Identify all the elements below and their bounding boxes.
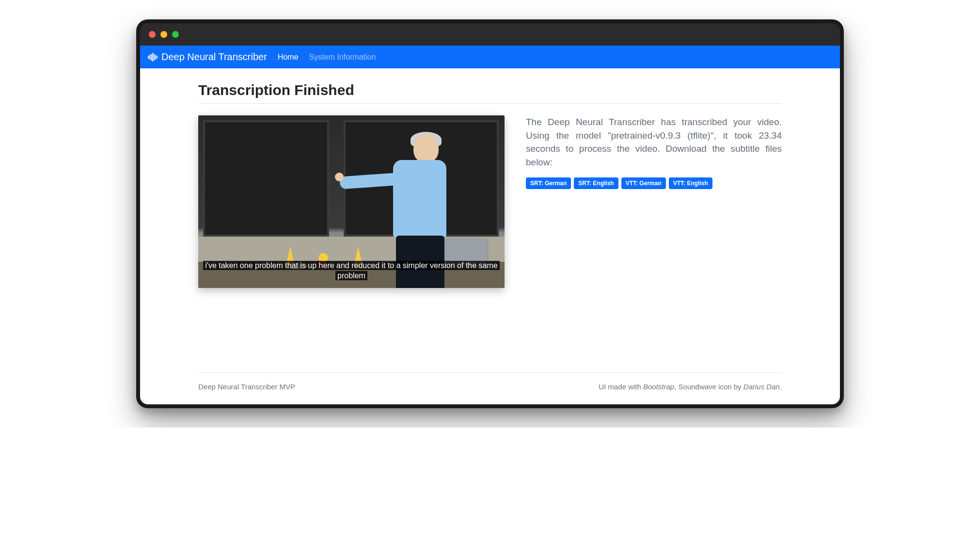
app-body: Deep Neural Transcriber Home System Info…: [140, 46, 840, 404]
page-title: Transcription Finished: [198, 82, 782, 98]
device-frame: Deep Neural Transcriber Home System Info…: [136, 19, 844, 408]
footer-text: , Soundwave icon by: [674, 383, 743, 391]
divider: [198, 103, 782, 104]
window-maximize-button[interactable]: [172, 31, 179, 38]
footer-text: .: [780, 383, 782, 391]
footer: Deep Neural Transcriber MVP UI made with…: [198, 372, 782, 404]
chalkboard-graphic: [203, 120, 329, 237]
window-close-button[interactable]: [149, 31, 156, 38]
download-srt-english[interactable]: SRT: English: [574, 177, 618, 189]
download-badges: SRT: German SRT: English VTT: German VTT…: [526, 177, 782, 189]
video-column: i've taken one problem that is up here a…: [198, 115, 505, 288]
main-row: i've taken one problem that is up here a…: [198, 115, 782, 288]
video-caption: i've taken one problem that is up here a…: [202, 260, 501, 281]
footer-text: UI made with: [599, 383, 643, 391]
navbar: Deep Neural Transcriber Home System Info…: [140, 46, 840, 68]
soundwave-icon: [148, 53, 158, 62]
nav-system-information[interactable]: System Information: [309, 53, 376, 62]
brand[interactable]: Deep Neural Transcriber: [148, 51, 267, 63]
video-player[interactable]: i've taken one problem that is up here a…: [198, 115, 505, 288]
footer-left: Deep Neural Transcriber MVP: [198, 383, 295, 391]
content: Transcription Finished: [140, 68, 840, 319]
description-text: The Deep Neural Transcriber has transcri…: [526, 115, 782, 169]
download-srt-german[interactable]: SRT: German: [526, 177, 571, 189]
footer-dariusdan-link[interactable]: Darius Dan: [743, 383, 780, 391]
window-titlebar: [140, 23, 840, 46]
caption-text: i've taken one problem that is up here a…: [203, 261, 499, 281]
download-vtt-english[interactable]: VTT: English: [669, 177, 712, 189]
nav-home[interactable]: Home: [278, 53, 299, 62]
window-minimize-button[interactable]: [160, 31, 167, 38]
info-column: The Deep Neural Transcriber has transcri…: [526, 115, 782, 189]
download-vtt-german[interactable]: VTT: German: [621, 177, 666, 189]
brand-label: Deep Neural Transcriber: [161, 51, 267, 63]
footer-bootstrap-link[interactable]: Bootstrap: [643, 383, 674, 391]
presenter-graphic: [364, 135, 451, 280]
footer-right: UI made with Bootstrap, Soundwave icon b…: [599, 383, 782, 391]
